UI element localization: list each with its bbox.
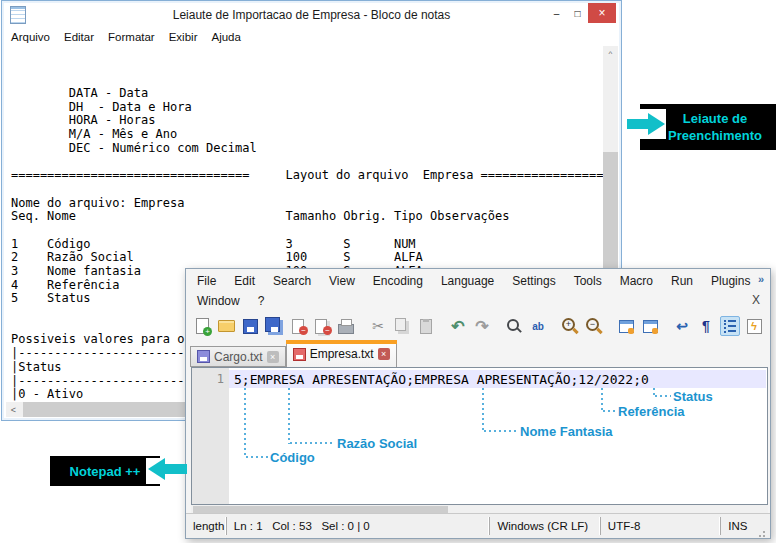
notepad-menubar: ArquivoEditarFormatarExibirAjuda [4,28,619,45]
callout-text: Leiaute de [654,110,776,127]
annotation-line-codigo [244,388,246,458]
arrow-left-icon [148,458,187,480]
zoom-in-icon[interactable] [560,316,580,336]
sync-vertical-icon[interactable] [616,316,636,336]
notepad-text-line: 1 Código 3 S NUM [11,238,603,252]
notepadpp-menubar-row2: Window? [188,291,768,311]
notepad-text-line: ================================= Layout… [11,169,603,183]
annotation-line-referencia [601,388,603,412]
show-all-chars-icon[interactable] [696,316,716,336]
horizontal-scroll-thumb[interactable] [193,506,448,513]
notepadpp-menu-item[interactable]: Language [432,274,503,288]
notepad-window-title: Leiaute de Importacao de Empresa - Bloco… [2,8,621,22]
status-bar: length Ln : 1 Col : 53 Sel : 0 | 0 Windo… [186,513,770,538]
notepadpp-menu-item[interactable]: Search [264,274,320,288]
copy-icon[interactable] [392,316,412,336]
annotation-line-razao-social [288,388,290,444]
close-button[interactable]: × [588,3,616,23]
sync-horizontal-icon[interactable] [640,316,660,336]
notepad-menu-item[interactable]: Ajuda [204,31,247,43]
tab-label: Cargo.txt [214,350,263,364]
minimize-button[interactable]: – [546,3,567,23]
open-icon[interactable] [216,316,236,336]
notepadpp-menu-item[interactable]: Plugins [702,274,759,288]
notepadpp-menu-item[interactable]: Tools [565,274,611,288]
scroll-up-icon[interactable]: ^ [603,46,618,61]
tab-bar: Cargo.txt × Empresa.txt × [188,339,768,367]
status-encoding: UTF-8 [600,517,720,535]
annotation-line-status [655,395,671,397]
notepad-text-line: DATA - Data [11,87,603,101]
callout-text: Preenchimento [654,127,776,144]
save-all-icon[interactable] [264,316,284,336]
cut-icon[interactable] [368,316,388,336]
save-icon[interactable] [240,316,260,336]
tab-empresa[interactable]: Empresa.txt × [286,340,397,367]
saved-file-icon [197,350,210,363]
notepadpp-toolbar [190,313,766,339]
indent-guide-icon[interactable] [720,316,740,336]
line-number: 1 [192,372,224,386]
callout-text: Notepad ++ [70,464,141,479]
status-eol-format: Windows (CR LF) [489,517,599,535]
annotation-line-razao-social [290,442,335,444]
vertical-scroll-thumb[interactable] [603,152,618,272]
notepad-titlebar[interactable]: Leiaute de Importacao de Empresa - Bloco… [2,1,621,28]
status-insert-mode: INS [720,517,758,535]
notepadpp-menu-item[interactable]: Window [188,294,249,308]
notepadpp-menu-item[interactable]: ? [249,294,274,308]
scroll-left-icon[interactable]: < [6,402,21,417]
close-all-icon[interactable] [312,316,332,336]
notepadpp-menu-item[interactable]: Macro [611,274,662,288]
editor-area[interactable]: 1 5;EMPRESA APRESENTAÇÃO;EMPRESA APRESEN… [191,367,768,505]
notepadpp-menu-item[interactable]: Run [662,274,702,288]
resize-grip[interactable] [758,528,768,538]
notepad-menu-item[interactable]: Formatar [101,31,162,43]
field-label-referencia: Referência [618,404,684,419]
maximize-button[interactable]: □ [567,3,588,23]
notepadpp-menu-item[interactable]: View [320,274,364,288]
notepadpp-menu-item[interactable]: Edit [225,274,264,288]
notepad-text-line: M/A - Mês e Ano [11,128,603,142]
replace-icon[interactable] [528,316,548,336]
zoom-out-icon[interactable] [584,316,604,336]
notepad-text-line [11,224,603,238]
menu-close-icon[interactable]: X [752,293,760,307]
annotation-line-nome-fantasia [482,388,484,432]
notepad-text-line [11,156,603,170]
line-number-margin [192,368,229,504]
find-icon[interactable] [504,316,524,336]
annotation-line-codigo [246,456,268,458]
notepad-menu-item[interactable]: Arquivo [4,31,57,43]
toolbar-overflow-icon[interactable]: » [758,273,764,285]
new-file-icon[interactable] [192,316,212,336]
callout-notepadpp: Notepad ++ [50,456,160,486]
notepad-menu-item[interactable]: Editar [57,31,101,43]
notepad-text-line: 2 Razão Social 100 S ALFA [11,251,603,265]
notepadpp-menu-item[interactable]: Encoding [364,274,432,288]
print-icon[interactable] [336,316,356,336]
tab-label: Empresa.txt [310,347,374,361]
notepadpp-menubar-row1: FileEditSearchViewEncodingLanguageSettin… [188,271,768,291]
editor-line-text[interactable]: 5;EMPRESA APRESENTAÇÃO;EMPRESA APRESENTA… [234,372,649,387]
tab-cargo[interactable]: Cargo.txt × [190,346,286,367]
field-label-nome-fantasia: Nome Fantasia [520,424,612,439]
tab-close-icon[interactable]: × [378,348,390,360]
field-label-razao-social: Razão Social [337,436,417,451]
notepadpp-menu-item[interactable]: Settings [503,274,564,288]
function-list-icon[interactable] [744,316,764,336]
notepadpp-menu-item[interactable]: File [188,274,225,288]
close-file-icon[interactable] [288,316,308,336]
paste-icon[interactable] [416,316,436,336]
field-label-codigo: Código [270,450,315,465]
redo-icon[interactable] [472,316,492,336]
undo-icon[interactable] [448,316,468,336]
tab-close-icon[interactable]: × [267,351,279,363]
notepad-text-line: DEC - Numérico com Decimal [11,142,603,156]
notepad-text-line [11,183,603,197]
notepad-text-line: Seq. Nome Tamanho Obrig. Tipo Observaçõe… [11,210,603,224]
word-wrap-icon[interactable] [672,316,692,336]
notepad-text-line: Nome do arquivo: Empresa [11,197,603,211]
notepad-menu-item[interactable]: Exibir [162,31,205,43]
field-label-status: Status [673,389,713,404]
